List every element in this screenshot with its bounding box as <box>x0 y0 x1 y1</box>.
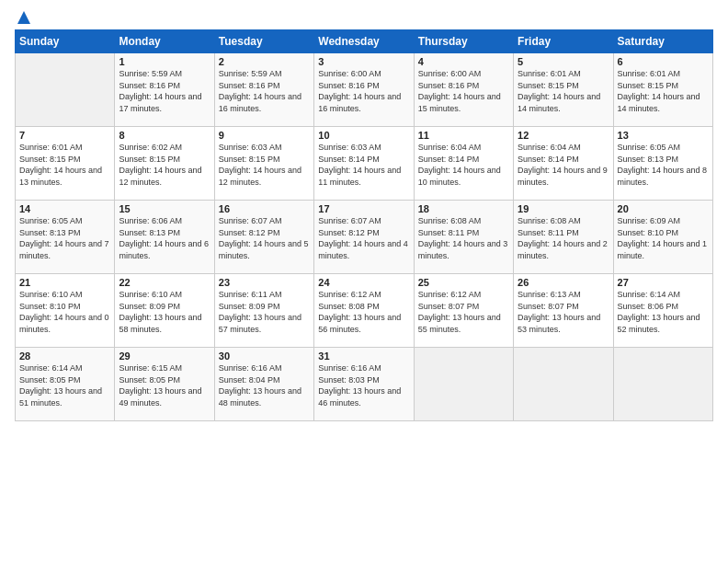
calendar-cell: 15 Sunrise: 6:06 AMSunset: 8:13 PMDaylig… <box>115 201 214 274</box>
day-number: 9 <box>219 130 310 141</box>
calendar-cell: 20 Sunrise: 6:09 AMSunset: 8:10 PMDaylig… <box>613 201 712 274</box>
calendar-cell: 27 Sunrise: 6:14 AMSunset: 8:06 PMDaylig… <box>613 274 712 348</box>
day-info: Sunrise: 6:04 AMSunset: 8:14 PMDaylight:… <box>518 142 609 188</box>
calendar-week-2: 14 Sunrise: 6:05 AMSunset: 8:13 PMDaylig… <box>16 201 713 274</box>
day-number: 29 <box>119 350 210 362</box>
day-number: 24 <box>318 277 409 288</box>
day-info: Sunrise: 6:09 AMSunset: 8:10 PMDaylight:… <box>618 215 709 261</box>
day-number: 7 <box>19 130 110 141</box>
calendar-week-1: 7 Sunrise: 6:01 AMSunset: 8:15 PMDayligh… <box>16 127 713 201</box>
calendar-cell: 16 Sunrise: 6:07 AMSunset: 8:12 PMDaylig… <box>214 201 313 274</box>
calendar-cell: 8 Sunrise: 6:02 AMSunset: 8:15 PMDayligh… <box>115 127 214 201</box>
calendar-cell <box>514 348 613 421</box>
logo-icon <box>16 9 32 26</box>
calendar-week-4: 28 Sunrise: 6:14 AMSunset: 8:05 PMDaylig… <box>16 348 713 421</box>
day-info: Sunrise: 6:05 AMSunset: 8:13 PMDaylight:… <box>618 142 709 188</box>
col-friday: Friday <box>514 30 613 53</box>
day-number: 11 <box>418 130 509 141</box>
day-number: 5 <box>518 56 609 67</box>
col-wednesday: Wednesday <box>314 30 414 53</box>
calendar-cell: 12 Sunrise: 6:04 AMSunset: 8:14 PMDaylig… <box>514 127 613 201</box>
day-number: 22 <box>119 277 210 288</box>
day-number: 8 <box>119 130 210 141</box>
day-number: 21 <box>19 277 110 288</box>
calendar-cell: 3 Sunrise: 6:00 AMSunset: 8:16 PMDayligh… <box>314 53 414 127</box>
calendar-cell: 10 Sunrise: 6:03 AMSunset: 8:14 PMDaylig… <box>314 127 414 201</box>
day-info: Sunrise: 6:02 AMSunset: 8:15 PMDaylight:… <box>119 142 210 188</box>
col-tuesday: Tuesday <box>214 30 313 53</box>
calendar-cell: 26 Sunrise: 6:13 AMSunset: 8:07 PMDaylig… <box>514 274 613 348</box>
day-number: 26 <box>518 277 609 288</box>
calendar-cell: 19 Sunrise: 6:08 AMSunset: 8:11 PMDaylig… <box>514 201 613 274</box>
day-number: 4 <box>418 56 509 67</box>
day-number: 14 <box>19 203 110 214</box>
day-number: 23 <box>219 277 310 288</box>
calendar-cell: 13 Sunrise: 6:05 AMSunset: 8:13 PMDaylig… <box>613 127 712 201</box>
day-info: Sunrise: 6:01 AMSunset: 8:15 PMDaylight:… <box>518 68 609 114</box>
calendar-cell: 2 Sunrise: 5:59 AMSunset: 8:16 PMDayligh… <box>214 53 313 127</box>
day-info: Sunrise: 6:00 AMSunset: 8:16 PMDaylight:… <box>318 68 409 114</box>
svg-marker-0 <box>17 11 30 24</box>
day-number: 6 <box>618 56 709 67</box>
calendar-cell: 28 Sunrise: 6:14 AMSunset: 8:05 PMDaylig… <box>16 348 115 421</box>
day-info: Sunrise: 6:10 AMSunset: 8:10 PMDaylight:… <box>19 289 110 335</box>
calendar-cell: 24 Sunrise: 6:12 AMSunset: 8:08 PMDaylig… <box>314 274 414 348</box>
day-number: 16 <box>219 203 310 214</box>
day-info: Sunrise: 6:13 AMSunset: 8:07 PMDaylight:… <box>518 289 609 335</box>
logo <box>15 9 33 26</box>
day-info: Sunrise: 6:07 AMSunset: 8:12 PMDaylight:… <box>318 215 409 261</box>
calendar-cell: 14 Sunrise: 6:05 AMSunset: 8:13 PMDaylig… <box>16 201 115 274</box>
calendar-week-0: 1 Sunrise: 5:59 AMSunset: 8:16 PMDayligh… <box>16 53 713 127</box>
day-info: Sunrise: 6:12 AMSunset: 8:08 PMDaylight:… <box>318 289 409 335</box>
day-number: 17 <box>318 203 409 214</box>
day-info: Sunrise: 6:10 AMSunset: 8:09 PMDaylight:… <box>119 289 210 335</box>
day-info: Sunrise: 6:01 AMSunset: 8:15 PMDaylight:… <box>19 142 110 188</box>
day-info: Sunrise: 6:11 AMSunset: 8:09 PMDaylight:… <box>219 289 310 335</box>
day-info: Sunrise: 6:01 AMSunset: 8:15 PMDaylight:… <box>618 68 709 114</box>
day-info: Sunrise: 6:12 AMSunset: 8:07 PMDaylight:… <box>418 289 509 335</box>
calendar-cell: 17 Sunrise: 6:07 AMSunset: 8:12 PMDaylig… <box>314 201 414 274</box>
day-number: 19 <box>518 203 609 214</box>
calendar-cell: 22 Sunrise: 6:10 AMSunset: 8:09 PMDaylig… <box>115 274 214 348</box>
day-info: Sunrise: 6:15 AMSunset: 8:05 PMDaylight:… <box>119 362 210 408</box>
day-number: 31 <box>318 350 409 362</box>
calendar-cell <box>16 53 115 127</box>
day-info: Sunrise: 6:08 AMSunset: 8:11 PMDaylight:… <box>418 215 509 261</box>
day-number: 27 <box>618 277 709 288</box>
day-number: 15 <box>119 203 210 214</box>
day-info: Sunrise: 6:16 AMSunset: 8:03 PMDaylight:… <box>318 362 409 408</box>
calendar-cell: 6 Sunrise: 6:01 AMSunset: 8:15 PMDayligh… <box>613 53 712 127</box>
calendar-cell: 21 Sunrise: 6:10 AMSunset: 8:10 PMDaylig… <box>16 274 115 348</box>
day-number: 30 <box>219 350 310 362</box>
day-number: 3 <box>318 56 409 67</box>
header <box>15 9 713 26</box>
day-info: Sunrise: 6:08 AMSunset: 8:11 PMDaylight:… <box>518 215 609 261</box>
day-info: Sunrise: 6:04 AMSunset: 8:14 PMDaylight:… <box>418 142 509 188</box>
col-saturday: Saturday <box>613 30 712 53</box>
day-info: Sunrise: 6:07 AMSunset: 8:12 PMDaylight:… <box>219 215 310 261</box>
day-number: 1 <box>119 56 210 67</box>
col-thursday: Thursday <box>414 30 513 53</box>
calendar-cell: 11 Sunrise: 6:04 AMSunset: 8:14 PMDaylig… <box>414 127 513 201</box>
calendar-cell: 31 Sunrise: 6:16 AMSunset: 8:03 PMDaylig… <box>314 348 414 421</box>
day-number: 28 <box>19 350 110 362</box>
day-info: Sunrise: 6:03 AMSunset: 8:15 PMDaylight:… <box>219 142 310 188</box>
day-info: Sunrise: 6:06 AMSunset: 8:13 PMDaylight:… <box>119 215 210 261</box>
day-number: 20 <box>618 203 709 214</box>
day-info: Sunrise: 6:05 AMSunset: 8:13 PMDaylight:… <box>19 215 110 261</box>
col-sunday: Sunday <box>16 30 115 53</box>
col-monday: Monday <box>115 30 214 53</box>
day-info: Sunrise: 5:59 AMSunset: 8:16 PMDaylight:… <box>219 68 310 114</box>
calendar-cell: 30 Sunrise: 6:16 AMSunset: 8:04 PMDaylig… <box>214 348 313 421</box>
calendar-cell: 4 Sunrise: 6:00 AMSunset: 8:16 PMDayligh… <box>414 53 513 127</box>
day-info: Sunrise: 6:14 AMSunset: 8:06 PMDaylight:… <box>618 289 709 335</box>
calendar-cell: 18 Sunrise: 6:08 AMSunset: 8:11 PMDaylig… <box>414 201 513 274</box>
calendar-cell: 23 Sunrise: 6:11 AMSunset: 8:09 PMDaylig… <box>214 274 313 348</box>
main-container: Sunday Monday Tuesday Wednesday Thursday… <box>0 0 728 429</box>
day-number: 12 <box>518 130 609 141</box>
calendar-table: Sunday Monday Tuesday Wednesday Thursday… <box>15 29 713 421</box>
day-info: Sunrise: 6:03 AMSunset: 8:14 PMDaylight:… <box>318 142 409 188</box>
day-info: Sunrise: 5:59 AMSunset: 8:16 PMDaylight:… <box>119 68 210 114</box>
calendar-week-3: 21 Sunrise: 6:10 AMSunset: 8:10 PMDaylig… <box>16 274 713 348</box>
day-info: Sunrise: 6:00 AMSunset: 8:16 PMDaylight:… <box>418 68 509 114</box>
